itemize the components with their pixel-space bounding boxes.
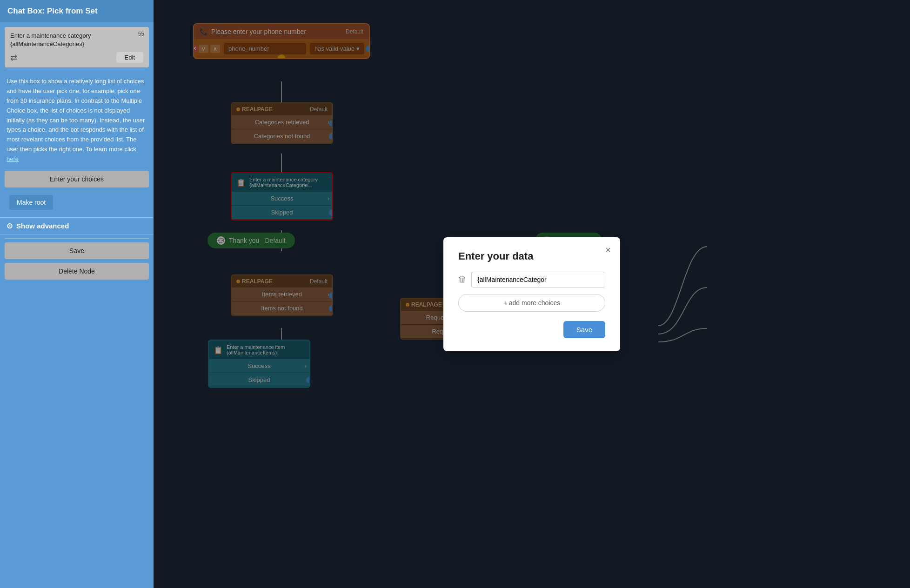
sidebar-divider <box>5 238 149 239</box>
add-more-button[interactable]: + add more choices <box>458 294 605 312</box>
delete-node-button[interactable]: Delete Node <box>5 263 149 280</box>
sidebar-description: Use this box to show a relatively long l… <box>0 72 154 168</box>
save-button[interactable]: Save <box>5 242 149 259</box>
show-advanced-section[interactable]: ⊙ Show advanced <box>0 217 154 234</box>
modal-close-button[interactable]: × <box>605 245 611 255</box>
sidebar: Chat Box: Pick from Set 55 Enter a maint… <box>0 0 154 588</box>
modal: Enter your data × 🗑 + add more choices S… <box>443 237 620 351</box>
enter-choices-button[interactable]: Enter your choices <box>5 171 149 187</box>
char-count: 55 <box>138 31 144 37</box>
modal-title: Enter your data <box>458 250 605 262</box>
modal-overlay[interactable]: Enter your data × 🗑 + add more choices S… <box>154 0 910 588</box>
edit-button[interactable]: Edit <box>116 52 143 63</box>
modal-choice-input[interactable] <box>471 272 605 287</box>
here-link[interactable]: here <box>7 155 19 162</box>
modal-save-button[interactable]: Save <box>563 321 605 338</box>
description-text: Use this box to show a relatively long l… <box>7 78 145 153</box>
make-root-button[interactable]: Make root <box>9 195 53 210</box>
modal-choice-row: 🗑 <box>458 272 605 287</box>
canvas: 📞 Please enter your phone number Default… <box>154 0 910 588</box>
shuffle-icon[interactable]: ⇄ <box>10 53 17 63</box>
sidebar-title: Chat Box: Pick from Set <box>0 0 154 22</box>
chevron-down-icon: ⊙ <box>7 221 13 230</box>
trash-icon[interactable]: 🗑 <box>458 274 467 284</box>
show-advanced-label: Show advanced <box>16 222 69 230</box>
sidebar-message-footer: ⇄ Edit <box>10 52 143 63</box>
sidebar-message-text: Enter a maintenance category {allMainten… <box>10 32 143 48</box>
sidebar-message-box: 55 Enter a maintenance category {allMain… <box>5 27 149 67</box>
